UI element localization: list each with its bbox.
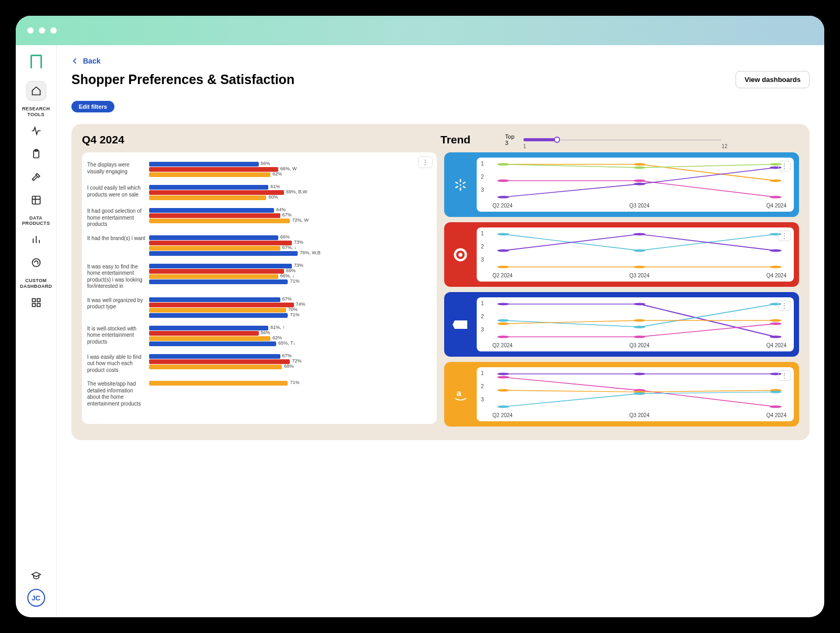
bar-row-label: The displays were visually engaging: [87, 162, 149, 175]
bar-row: It was easy to find the home entertainme…: [87, 264, 428, 290]
svg-point-19: [634, 167, 646, 169]
card-menu-icon[interactable]: ⋮: [778, 161, 791, 171]
data-panel: Q4 2024 Trend Top 3 1 12: [71, 124, 810, 440]
svg-point-24: [497, 196, 509, 199]
bar-row: I was easily able to find out how much e…: [87, 354, 428, 374]
x-axis-label: Q3 2024: [629, 273, 649, 278]
svg-rect-4: [32, 298, 35, 302]
x-axis-label: Q2 2024: [492, 203, 512, 209]
svg-point-17: [770, 180, 782, 182]
bar-value-label: 69%, B,W: [286, 189, 307, 194]
nav-clipboard-icon[interactable]: [26, 144, 46, 164]
bar-row: The website/app had detailed information…: [87, 381, 428, 407]
nav-activity-icon[interactable]: [26, 121, 46, 141]
bar-value-label: 72%: [292, 358, 301, 364]
svg-point-25: [634, 183, 646, 185]
sidebar: RESEARCH TOOLS DATA PRODUCTS CUSTOM DASH…: [16, 45, 57, 617]
nav-dashboard-icon[interactable]: [26, 293, 46, 313]
svg-point-38: [770, 266, 782, 268]
nav-home-icon[interactable]: [26, 81, 46, 101]
bar-row: It had good selection of home entertainm…: [87, 208, 428, 228]
svg-point-50: [770, 323, 782, 325]
nav-grid-icon[interactable]: [26, 190, 46, 210]
bar-segment: 76%, W,B: [149, 251, 298, 256]
nav-learn-icon[interactable]: [26, 566, 46, 586]
svg-text:a: a: [457, 388, 462, 397]
bar-chart-card: ⋮ The displays were visually engaging56%…: [82, 152, 437, 424]
bestbuy-logo-icon: [449, 297, 471, 351]
bar-segment: 72%, W: [149, 219, 290, 223]
svg-point-35: [770, 250, 782, 252]
nav-fingerprint-icon[interactable]: [26, 253, 46, 273]
bar-segment: 68%: [149, 365, 282, 369]
x-axis-label: Q3 2024: [629, 412, 649, 418]
svg-point-39: [497, 303, 509, 305]
bar-row-label: I was easily able to find out how much e…: [87, 354, 149, 374]
trend-plot: ⋮123Q2 2024Q3 2024Q4 2024: [477, 227, 794, 282]
x-axis-label: Q2 2024: [492, 412, 512, 418]
svg-point-47: [770, 319, 782, 322]
svg-rect-7: [37, 303, 40, 306]
svg-rect-14: [463, 185, 466, 188]
svg-rect-13: [455, 181, 459, 184]
svg-rect-6: [32, 303, 35, 306]
back-label: Back: [83, 57, 100, 65]
svg-point-21: [497, 180, 509, 182]
nav-barchart-icon[interactable]: [26, 230, 46, 250]
bar-value-label: 65%, T↓: [278, 340, 296, 346]
card-menu-icon[interactable]: ⋮: [418, 157, 433, 168]
svg-point-43: [634, 326, 646, 328]
bar-segment: 65%, T↓: [149, 341, 276, 346]
svg-point-62: [634, 392, 646, 395]
svg-point-46: [634, 319, 646, 322]
window-control-dot[interactable]: [27, 27, 34, 34]
bar-value-label: 62%: [272, 171, 282, 177]
svg-point-40: [634, 303, 646, 305]
window-control-dot[interactable]: [39, 27, 45, 34]
svg-point-16: [634, 163, 646, 165]
bar-value-label: 72%, W: [292, 217, 309, 223]
nav-hammer-icon[interactable]: [26, 167, 46, 187]
bar-value-label: 73%: [294, 263, 303, 268]
bar-value-label: 71%: [290, 380, 299, 385]
x-axis-label: Q3 2024: [629, 203, 649, 209]
top-n-slider[interactable]: 1 12: [523, 138, 559, 141]
bar-value-label: 56%: [261, 330, 270, 335]
svg-point-33: [497, 250, 509, 252]
nav-section-label: DATA PRODUCTS: [16, 215, 56, 227]
trend-card-walmart: ⋮123Q2 2024Q3 2024Q4 2024: [444, 152, 799, 217]
card-menu-icon[interactable]: ⋮: [778, 300, 791, 311]
view-dashboards-button[interactable]: View dashboards: [736, 71, 810, 88]
svg-point-23: [770, 196, 782, 199]
card-menu-icon[interactable]: ⋮: [778, 370, 791, 381]
user-avatar[interactable]: JC: [27, 589, 45, 607]
bar-row: It is well-stocked with home entertainme…: [87, 326, 428, 347]
app-logo-icon: [30, 55, 42, 68]
target-logo-icon: [449, 227, 471, 282]
card-menu-icon[interactable]: ⋮: [778, 231, 791, 241]
bar-value-label: 66%, ↓: [280, 273, 295, 278]
bar-segment: 62%: [149, 172, 270, 177]
bar-row-label: The website/app had detailed information…: [87, 381, 149, 407]
back-link[interactable]: Back: [71, 57, 100, 65]
bar-value-label: 61%, ↑: [270, 325, 285, 330]
bar-segment: 56%: [149, 162, 259, 167]
bar-segment: 67%: [149, 297, 280, 302]
bar-segment: 69%, B,W: [149, 190, 284, 195]
svg-point-37: [634, 266, 646, 268]
svg-point-29: [458, 253, 463, 257]
bar-segment: 73%: [149, 264, 292, 268]
svg-point-3: [32, 259, 40, 267]
bar-segment: 64%: [149, 208, 274, 213]
svg-point-52: [497, 372, 509, 375]
bar-segment: 62%: [149, 336, 270, 341]
bar-value-label: 66%: [280, 234, 290, 240]
bar-segment: 69%: [149, 269, 284, 274]
trend-plot: ⋮123Q2 2024Q3 2024Q4 2024: [477, 158, 794, 212]
window-control-dot[interactable]: [50, 27, 57, 34]
edit-filters-button[interactable]: Edit filters: [71, 101, 114, 112]
bar-value-label: 67%: [282, 353, 292, 358]
svg-rect-5: [37, 298, 40, 302]
svg-point-48: [497, 336, 509, 338]
bar-segment: 71%: [149, 279, 288, 284]
